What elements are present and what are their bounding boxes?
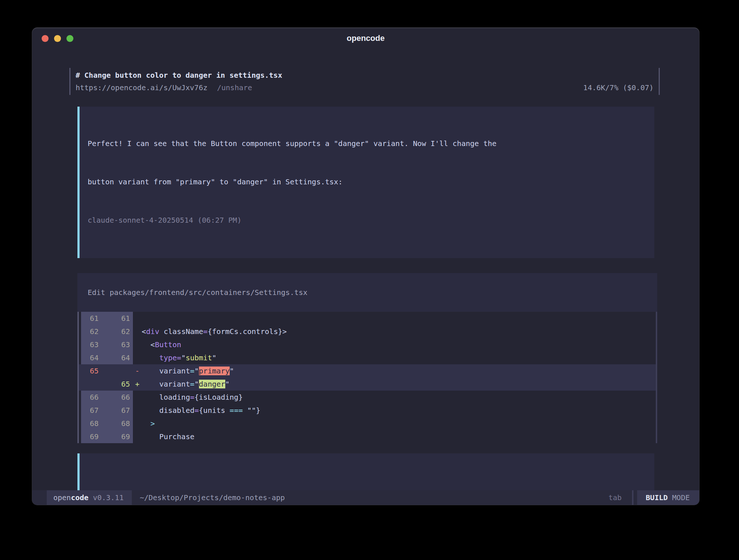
working-directory: ~/Desktop/Projects/demo-notes-app	[140, 490, 285, 505]
diff-row: 6262<div className={formCs.controls}>	[77, 325, 656, 338]
session-header: # Change button color to danger in setti…	[69, 68, 660, 95]
diff-view: 61616262<div className={formCs.controls}…	[77, 312, 657, 443]
edit-tool-card: Edit packages/frontend/src/containers/Se…	[77, 273, 657, 443]
tab-key-hint: tab	[608, 490, 621, 505]
diff-row: 65+ variant="danger"	[77, 377, 656, 391]
diff-row: 6363 <Button	[77, 338, 656, 351]
brand-open: open	[53, 493, 71, 502]
diff-row: 6969 Purchase	[77, 430, 656, 443]
statusbar-divider	[632, 490, 633, 505]
diff-row: 6161	[77, 312, 656, 325]
diff-row: 6464 type="submit"	[77, 351, 656, 364]
titlebar: opencode	[32, 28, 699, 49]
token-usage-indicator: 14.6K/7% ($0.07)	[583, 81, 654, 94]
mode-suffix: MODE	[668, 493, 690, 502]
share-url-link[interactable]: https://opencode.ai/s/UwJxv76z	[76, 81, 207, 94]
brand-code: code	[71, 493, 88, 502]
diff-row: 6868 >	[77, 417, 656, 430]
opencode-window: opencode # Change button color to danger…	[32, 28, 699, 505]
edit-file-path: Edit packages/frontend/src/containers/Se…	[77, 273, 657, 312]
diff-row: 6767 disabled={units === ""}	[77, 404, 656, 417]
build-mode-chip[interactable]: BUILD MODE	[637, 490, 699, 505]
diff-row: 65- variant="primary"	[77, 364, 656, 377]
mode-name: BUILD	[646, 493, 668, 502]
session-title: # Change button color to danger in setti…	[76, 69, 654, 81]
app-version: v0.3.11	[88, 493, 123, 502]
message-text-line: button variant from "primary" to "danger…	[88, 176, 648, 188]
assistant-message-1: Perfect! I can see that the Button compo…	[77, 107, 654, 258]
unshare-command[interactable]: /unshare	[217, 81, 252, 94]
message-text-line: Perfect! I can see that the Button compo…	[88, 137, 648, 150]
status-bar: opencode v0.3.11 ~/Desktop/Projects/demo…	[32, 490, 699, 505]
diff-row: 6666 loading={isLoading}	[77, 391, 656, 404]
model-timestamp: claude-sonnet-4-20250514 (06:27 PM)	[88, 214, 648, 227]
window-title: opencode	[32, 28, 699, 49]
app-version-chip: opencode v0.3.11	[47, 490, 132, 505]
